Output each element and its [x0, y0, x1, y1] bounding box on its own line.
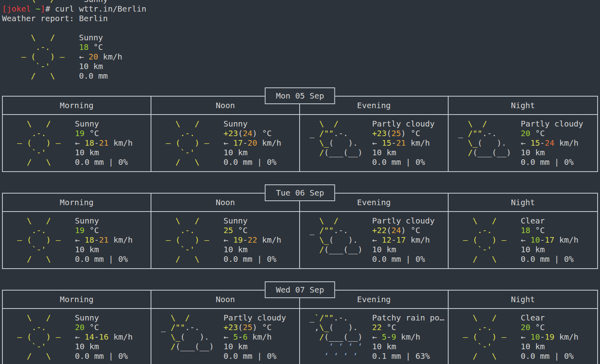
sunny-icon: \ / .-. ― ( ) ― `-' / \ — [12, 33, 74, 81]
weather-details: Sunny 18 °C ← 20 km/h 10 km 0.0 mm — [79, 33, 122, 81]
weather-block: \ / _ /"".-. \_( ). /(___(__) Partly clo… — [305, 216, 448, 264]
forecast-table: MorningNoonEveningNight \ / .-. ― ( ) ― … — [2, 96, 598, 172]
weather-details: Patchy rain po… 22 °C ← 5-9 km/h 10 km 0… — [372, 313, 445, 361]
forecast-cell-morning: \ / .-. ― ( ) ― `-' / \Sunny 19 °C ← 18-… — [3, 115, 151, 171]
weather-details: Sunny 19 °C ← 18-21 km/h 10 km 0.0 mm | … — [75, 216, 133, 264]
sunny-icon: \ / .-. ― ( ) ― `-' / \ — [8, 119, 70, 167]
forecast-cell-evening: \ / _ /"".-. \_( ). /(___(__) Partly clo… — [300, 115, 449, 171]
weather-block: \ / .-. ― ( ) ― `-' / \Sunny 19 °C ← 18-… — [8, 119, 151, 167]
period-header-night: Night — [449, 291, 597, 308]
weather-details: Clear 18 °C ← 10-17 km/h 10 km 0.0 mm | … — [521, 216, 579, 264]
terminal-window[interactable]: \ / Sunny [jokel ~]# curl wttr.in/Berlin… — [0, 0, 600, 364]
weather-block: \ / .-. ― ( ) ― `-' / \Sunny 20 °C ← 14-… — [8, 313, 151, 361]
weather-block: \ / .-. ― ( ) ― `-' / \Sunny 18 °C ← 20 … — [12, 33, 598, 81]
forecast-cell-noon: \ / .-. ― ( ) ― `-' / \Sunny 25 °C ← 19-… — [151, 212, 300, 268]
forecast-day: Wed 07 SepMorningNoonEveningNight \ / .-… — [2, 290, 598, 364]
sunny-icon: \ / .-. ― ( ) ― `-' / \ — [8, 216, 70, 264]
prompt-symbol: # — [45, 4, 50, 14]
prompt-user-host: [jokel — [2, 4, 31, 14]
sunny-icon: \ / .-. ― ( ) ― `-' / \ — [8, 313, 70, 361]
forecast-date: Wed 07 Sep — [265, 281, 335, 298]
weather-details: Sunny 19 °C ← 18-21 km/h 10 km 0.0 mm | … — [75, 119, 133, 167]
weather-details: Clear 20 °C ← 10-19 km/h 10 km 0.0 mm | … — [521, 313, 579, 361]
weather-details: Partly cloudy +23(25) °C ← 5-6 km/h 10 k… — [224, 313, 286, 361]
scrollback-clipped-line: \ / Sunny — [2, 0, 598, 4]
forecast-cell-night: \ / .-. ― ( ) ― `-' / \Clear 18 °C ← 10-… — [449, 212, 597, 268]
period-header-morning: Morning — [3, 97, 151, 114]
sunny-icon: \ / .-. ― ( ) ― `-' / \ — [453, 216, 516, 264]
prompt-bracket: ] — [40, 4, 45, 14]
forecast-cell-evening: _`/"".-. ,\_( ). /(___(__) ‘ ‘ ‘ ‘ ‘ ‘ ‘… — [300, 309, 449, 364]
weather-block: \ / .-. ― ( ) ― `-' / \Sunny 25 °C ← 19-… — [156, 216, 299, 264]
weather-block: \ / .-. ― ( ) ― `-' / \Clear 20 °C ← 10-… — [453, 313, 597, 361]
partly-cloudy-icon: \ / _ /"".-. \_( ). /(___(__) — [305, 119, 368, 167]
partly-cloudy-icon: \ / _ /"".-. \_( ). /(___(__) — [156, 313, 219, 361]
weather-block: \ / _ /"".-. \_( ). /(___(__) Partly clo… — [305, 119, 448, 167]
weather-block: \ / .-. ― ( ) ― `-' / \Clear 18 °C ← 10-… — [453, 216, 597, 264]
sunny-icon: \ / .-. ― ( ) ― `-' / \ — [453, 313, 516, 361]
forecast-table: MorningNoonEveningNight \ / .-. ― ( ) ― … — [2, 290, 598, 364]
patchy-rain-icon: _`/"".-. ,\_( ). /(___(__) ‘ ‘ ‘ ‘ ‘ ‘ ‘… — [305, 313, 368, 361]
forecast-days: Mon 05 SepMorningNoonEveningNight \ / .-… — [2, 96, 598, 364]
weather-block: _`/"".-. ,\_( ). /(___(__) ‘ ‘ ‘ ‘ ‘ ‘ ‘… — [305, 313, 448, 361]
weather-details: Sunny 25 °C ← 19-22 km/h 10 km 0.0 mm | … — [224, 216, 282, 264]
prompt-path: ~ — [31, 4, 40, 14]
forecast-date: Mon 05 Sep — [265, 87, 335, 104]
forecast-cell-night: \ / _ /"".-. \_( ). /(___(__) Partly clo… — [449, 115, 597, 171]
sunny-icon: \ / .-. ― ( ) ― `-' / \ — [156, 216, 219, 264]
weather-block: \ / .-. ― ( ) ― `-' / \Sunny 19 °C ← 18-… — [8, 216, 151, 264]
forecast-cell-night: \ / .-. ― ( ) ― `-' / \Clear 20 °C ← 10-… — [449, 309, 597, 364]
period-header-morning: Morning — [3, 291, 151, 308]
forecast-day: Mon 05 SepMorningNoonEveningNight \ / .-… — [2, 96, 598, 172]
weather-details: Sunny +23(24) °C ← 17-20 km/h 10 km 0.0 … — [224, 119, 282, 167]
current-conditions: \ / .-. ― ( ) ― `-' / \Sunny 18 °C ← 20 … — [2, 33, 598, 81]
report-title: Weather report: Berlin — [2, 14, 598, 23]
partly-cloudy-icon: \ / _ /"".-. \_( ). /(___(__) — [453, 119, 516, 167]
period-header-morning: Morning — [3, 194, 151, 211]
weather-block: \ / .-. ― ( ) ― `-' / \Sunny +23(24) °C … — [156, 119, 299, 167]
weather-details: Sunny 20 °C ← 14-16 km/h 10 km 0.0 mm | … — [75, 313, 133, 361]
period-header-night: Night — [449, 97, 597, 114]
forecast-cell-morning: \ / .-. ― ( ) ― `-' / \Sunny 20 °C ← 14-… — [3, 309, 151, 364]
forecast-cell-morning: \ / .-. ― ( ) ― `-' / \Sunny 19 °C ← 18-… — [3, 212, 151, 268]
partly-cloudy-icon: \ / _ /"".-. \_( ). /(___(__) — [305, 216, 368, 264]
forecast-body-row: \ / .-. ― ( ) ― `-' / \Sunny 19 °C ← 18-… — [3, 115, 597, 171]
prompt-command: curl wttr.in/Berlin — [50, 4, 146, 14]
scrollback-fragment: \ / Sunny — [2, 0, 598, 4]
sunny-icon: \ / .-. ― ( ) ― `-' / \ — [156, 119, 219, 167]
weather-details: Partly cloudy 20 °C ← 15-24 km/h 10 km 0… — [521, 119, 584, 167]
weather-details: Partly cloudy +23(25) °C ← 15-21 km/h 10… — [372, 119, 435, 167]
forecast-date: Tue 06 Sep — [265, 184, 335, 201]
period-header-night: Night — [449, 194, 597, 211]
weather-block: \ / _ /"".-. \_( ). /(___(__) Partly clo… — [453, 119, 597, 167]
weather-details: Partly cloudy +22(24) °C ← 12-17 km/h 10… — [372, 216, 435, 264]
forecast-cell-noon: \ / .-. ― ( ) ― `-' / \Sunny +23(24) °C … — [151, 115, 300, 171]
forecast-body-row: \ / .-. ― ( ) ― `-' / \Sunny 20 °C ← 14-… — [3, 309, 597, 364]
forecast-cell-noon: \ / _ /"".-. \_( ). /(___(__) Partly clo… — [151, 309, 300, 364]
forecast-day: Tue 06 SepMorningNoonEveningNight \ / .-… — [2, 193, 598, 269]
forecast-cell-evening: \ / _ /"".-. \_( ). /(___(__) Partly clo… — [300, 212, 449, 268]
prompt-line[interactable]: [jokel ~]# curl wttr.in/Berlin — [2, 4, 598, 14]
forecast-table: MorningNoonEveningNight \ / .-. ― ( ) ― … — [2, 193, 598, 269]
forecast-body-row: \ / .-. ― ( ) ― `-' / \Sunny 19 °C ← 18-… — [3, 212, 597, 268]
weather-block: \ / _ /"".-. \_( ). /(___(__) Partly clo… — [156, 313, 299, 361]
